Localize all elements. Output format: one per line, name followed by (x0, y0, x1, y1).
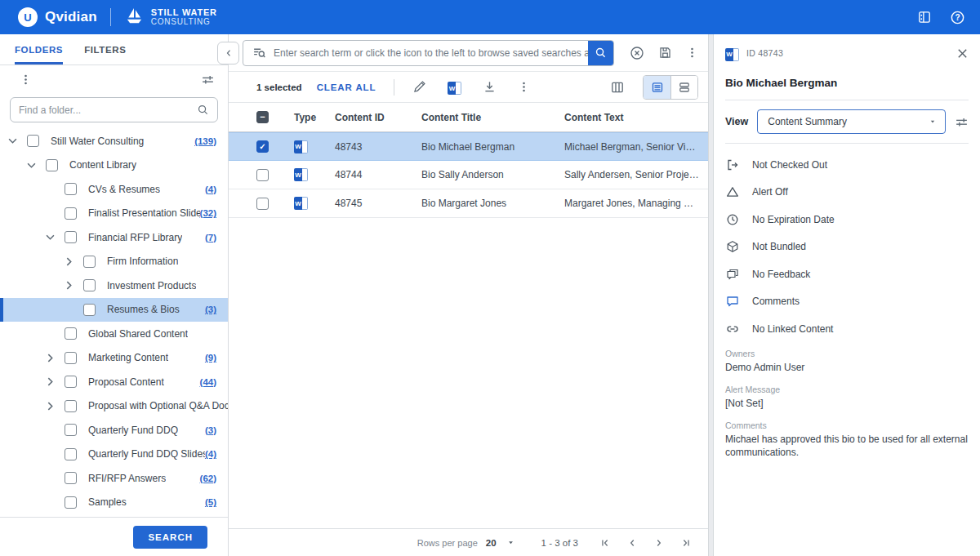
find-folder-input[interactable] (19, 105, 197, 116)
help-icon[interactable]: ? (949, 9, 965, 25)
content-search-input[interactable] (274, 47, 588, 59)
next-page-icon[interactable] (653, 537, 665, 549)
actions-kebab-menu-icon[interactable] (518, 81, 530, 93)
folder-tree-item[interactable]: Samples (5) (0, 491, 228, 515)
folder-count-link[interactable]: (32) (200, 208, 228, 218)
folder-checkbox[interactable] (27, 135, 39, 147)
folder-tree-item[interactable]: Investment Products (0, 274, 228, 298)
download-icon[interactable] (483, 80, 497, 94)
kebab-menu-icon[interactable] (20, 73, 32, 86)
folder-checkbox[interactable] (65, 231, 77, 243)
checkout-icon (725, 158, 740, 171)
apps-panel-icon[interactable] (916, 9, 933, 25)
folder-tree-item[interactable]: RFI/RFP Answers (62) (0, 466, 228, 491)
folder-count-link[interactable]: (7) (205, 233, 228, 242)
folder-checkbox[interactable] (65, 376, 77, 388)
chevron-right-icon[interactable] (65, 257, 83, 266)
panel-resize-divider[interactable] (708, 34, 714, 556)
folder-checkbox[interactable] (65, 400, 77, 412)
column-header-type[interactable]: Type (294, 112, 335, 123)
folder-tree-item[interactable]: Still Water Consulting (139) (0, 129, 228, 153)
folder-checkbox[interactable] (83, 279, 96, 291)
last-page-icon[interactable] (680, 537, 692, 549)
folder-count-link[interactable]: (5) (205, 497, 228, 507)
folder-tree-item[interactable]: Quarterly Fund DDQ (3) (0, 418, 228, 443)
folder-count-link[interactable]: (4) (205, 185, 228, 194)
folder-tree-item-selected[interactable]: Resumes & Bios (3) (0, 298, 228, 322)
folder-tree-item[interactable]: Proposal Content (44) (0, 370, 228, 394)
folder-count-link[interactable]: (3) (205, 305, 228, 314)
view-select[interactable]: Content Summary (757, 109, 946, 134)
folder-checkbox[interactable] (65, 424, 77, 436)
folder-tree-item[interactable]: Firm Information (0, 250, 228, 274)
status-comments[interactable]: Comments (725, 288, 969, 316)
folder-checkbox[interactable] (83, 256, 96, 268)
qvidian-logo[interactable]: U Qvidian (18, 7, 97, 27)
collapse-sidebar-button[interactable] (217, 42, 239, 64)
chevron-right-icon[interactable] (46, 377, 65, 386)
folder-tree-item[interactable]: Proposal with Optional Q&A Doc Type (0, 394, 228, 419)
chevron-down-icon[interactable] (8, 138, 27, 144)
folder-tree-item[interactable]: Marketing Content (9) (0, 346, 228, 371)
folder-tree-item[interactable]: CVs & Resumes (4) (0, 177, 228, 202)
folder-count-link[interactable]: (4) (205, 449, 228, 459)
select-all-checkbox[interactable]: − (256, 111, 269, 123)
folder-checkbox[interactable] (65, 327, 77, 340)
clear-search-icon[interactable] (630, 46, 644, 60)
column-header-content-id[interactable]: Content ID (335, 112, 421, 123)
column-header-content-title[interactable]: Content Title (421, 112, 564, 123)
folder-checkbox[interactable] (65, 472, 77, 484)
browse-saved-searches-icon[interactable] (243, 46, 274, 60)
chevron-down-icon[interactable] (46, 234, 65, 240)
folder-checkbox[interactable] (65, 352, 77, 364)
word-document-icon[interactable]: W (448, 79, 461, 96)
card-view-button[interactable] (670, 76, 697, 99)
tree-filter-sliders-icon[interactable] (201, 73, 215, 87)
folder-tree-item[interactable]: Finalist Presentation Slides (32) (0, 202, 228, 226)
rows-per-page-value[interactable]: 20 (486, 538, 497, 548)
first-page-icon[interactable] (599, 537, 611, 549)
previous-page-icon[interactable] (626, 537, 638, 549)
close-icon[interactable] (956, 47, 969, 60)
folder-count-link[interactable]: (139) (194, 136, 228, 146)
row-checkbox[interactable] (256, 198, 269, 210)
table-row[interactable]: ✓ W 48743 Bio Michael Bergman Michael Be… (229, 132, 708, 161)
chevron-right-icon[interactable] (65, 281, 83, 290)
folder-tree-item[interactable]: Quarterly Fund DDQ Slides (4) (0, 443, 228, 467)
search-kebab-menu-icon[interactable] (686, 47, 698, 59)
folder-checkbox[interactable] (65, 496, 77, 509)
column-header-content-text[interactable]: Content Text (564, 112, 708, 123)
search-magnifier-icon[interactable] (197, 104, 209, 116)
chevron-right-icon[interactable] (46, 354, 65, 363)
folder-checkbox[interactable] (65, 207, 77, 220)
tab-filters[interactable]: FILTERS (84, 34, 126, 64)
run-search-button[interactable] (588, 40, 613, 66)
table-row[interactable]: W 48744 Bio Sally Anderson Sally Anderse… (229, 161, 708, 189)
list-view-button[interactable] (644, 76, 670, 99)
folder-tree-item[interactable]: Financial RFP Library (7) (0, 225, 228, 250)
folder-count-link[interactable]: (62) (200, 474, 228, 483)
chevron-right-icon[interactable] (46, 402, 65, 411)
save-search-icon[interactable] (658, 46, 672, 60)
folder-checkbox[interactable] (65, 183, 77, 195)
row-checkbox[interactable] (256, 169, 269, 181)
search-button[interactable]: SEARCH (133, 526, 207, 549)
view-settings-sliders-icon[interactable] (955, 115, 969, 129)
folder-checkbox[interactable] (65, 448, 77, 460)
folder-count-link[interactable]: (9) (205, 353, 228, 363)
folder-count-link[interactable]: (44) (200, 377, 228, 387)
edit-pencil-icon[interactable] (412, 80, 426, 94)
tab-folders[interactable]: FOLDERS (15, 34, 63, 64)
folder-tree-item[interactable]: Global Shared Content (0, 322, 228, 346)
folder-count-link[interactable]: (3) (205, 425, 228, 435)
folder-tree-item[interactable]: Content Library (0, 153, 228, 178)
table-row[interactable]: W 48745 Bio Margaret Jones Margaret Jone… (229, 189, 708, 218)
columns-icon[interactable] (610, 80, 625, 95)
folder-checkbox[interactable] (46, 159, 58, 171)
top-bar: U Qvidian STILL WATER CONSULTING ? (0, 0, 980, 34)
rows-per-page-caret-icon[interactable] (506, 538, 515, 547)
row-checkbox[interactable]: ✓ (256, 140, 269, 153)
clear-all-link[interactable]: CLEAR ALL (317, 82, 376, 92)
chevron-down-icon[interactable] (27, 162, 46, 168)
folder-checkbox[interactable] (83, 304, 96, 316)
